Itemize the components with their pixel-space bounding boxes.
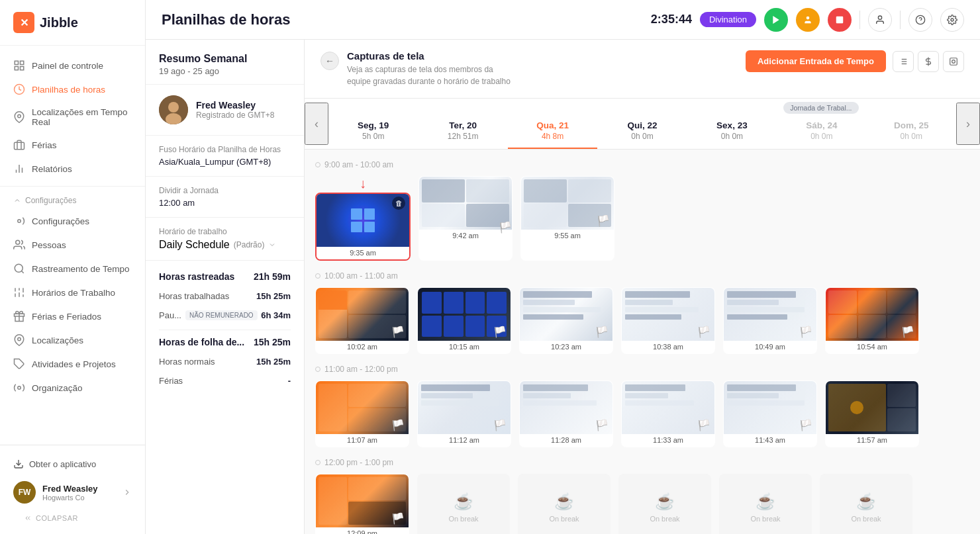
day-ter20[interactable]: Ter, 20 12h 51m bbox=[418, 114, 507, 149]
thumb-10-49: 🏳️ bbox=[724, 288, 816, 341]
org-badge[interactable]: Divination bbox=[700, 12, 756, 27]
screenshot-11-28[interactable]: 🏳️ 11:28 am bbox=[519, 380, 613, 447]
screenshot-11-43[interactable]: 🏳️ 11:43 am bbox=[723, 380, 817, 447]
delete-icon[interactable]: 🗑 bbox=[392, 197, 405, 210]
sidebar-item-org[interactable]: Organização bbox=[0, 376, 145, 400]
next-week-btn[interactable]: › bbox=[956, 103, 980, 145]
sidebar-item-leave-holidays[interactable]: Férias e Feriados bbox=[0, 304, 145, 328]
add-time-button[interactable]: Adicionar Entrada de Tempo bbox=[746, 50, 886, 72]
map-pin-icon bbox=[13, 111, 25, 123]
worked-label: Horas trabalhadas bbox=[159, 291, 229, 301]
on-break-3: ☕ On break bbox=[618, 474, 711, 534]
split-value: 12:00 am bbox=[159, 198, 291, 208]
screenshot-10-49[interactable]: 🏳️ 10:49 am bbox=[723, 287, 817, 354]
left-panel: Resumo Semanal 19 ago - 25 ago Fred Weas… bbox=[146, 40, 305, 534]
day-qua21[interactable]: Qua, 21 4h 8m bbox=[508, 114, 597, 149]
tag-icon bbox=[13, 358, 25, 370]
logo-text: Jibble bbox=[40, 15, 78, 30]
content-area: Resumo Semanal 19 ago - 25 ago Fred Weas… bbox=[146, 40, 980, 534]
flag-10-38: 🏳️ bbox=[697, 326, 710, 338]
list-icon bbox=[899, 57, 908, 66]
svg-rect-0 bbox=[15, 61, 18, 64]
thumb-10-38: 🏳️ bbox=[622, 288, 714, 341]
back-button[interactable]: ← bbox=[320, 52, 339, 70]
sidebar-item-locations[interactable]: Localizações em Tempo Real bbox=[0, 101, 145, 133]
day-sex23[interactable]: Sex, 23 0h 0m bbox=[687, 114, 777, 149]
day-navigation: ‹ Jornada de Trabal... bbox=[305, 99, 980, 150]
prev-week-btn[interactable]: ‹ bbox=[305, 103, 328, 145]
screenshots-description: Veja as capturas de tela dos membros da … bbox=[347, 64, 519, 87]
screenshot-10-54[interactable]: 🏳️ 10:54 am bbox=[825, 287, 919, 354]
worked-value: 15h 25m bbox=[256, 291, 291, 301]
time-bar-10-38: 10:38 am bbox=[622, 341, 714, 353]
sidebar-item-leave[interactable]: Férias bbox=[0, 133, 145, 157]
svg-point-5 bbox=[18, 114, 21, 118]
screenshot-9-55[interactable]: 🏳️ 9:55 am bbox=[520, 176, 614, 261]
sidebar-nav: Painel de controle Planilhas de horas Lo… bbox=[0, 46, 145, 445]
screenshot-12-09[interactable]: 🏳️ 12:09 pm bbox=[315, 474, 409, 534]
day-nav-column: Jornada de Trabal... Seg, 19 5h 0m Ter, … bbox=[328, 99, 956, 149]
screenshots-row-10am: 🏳️ 10:02 am bbox=[315, 287, 969, 354]
dollar-view-btn[interactable] bbox=[918, 51, 939, 72]
time-label-9am: 9:00 am - 10:00 am bbox=[315, 160, 969, 169]
flag-11-33: 🏳️ bbox=[697, 419, 710, 431]
bar-chart-icon bbox=[13, 163, 25, 175]
screenshot-10-38[interactable]: 🏳️ 10:38 am bbox=[621, 287, 715, 354]
sidebar-item-timesheets[interactable]: Planilhas de horas bbox=[0, 77, 145, 101]
sidebar-item-people[interactable]: Pessoas bbox=[0, 233, 145, 257]
schedule-value-row: Daily Schedule (Padrão) bbox=[159, 239, 291, 251]
screenshot-9-42[interactable]: 🏳️ 9:42 am bbox=[418, 176, 513, 261]
screenshot-view-btn[interactable] bbox=[943, 51, 964, 72]
screenshot-11-07[interactable]: 🏳️ 11:07 am bbox=[315, 380, 409, 447]
sidebar-item-time-tracking[interactable]: Rastreamento de Tempo bbox=[0, 257, 145, 281]
screenshots-header: ← Capturas de tela Veja as capturas de t… bbox=[305, 40, 980, 99]
get-app-btn[interactable]: Obter o aplicativo bbox=[11, 453, 134, 474]
user-btn[interactable] bbox=[868, 8, 892, 32]
pause-btn[interactable] bbox=[796, 8, 820, 32]
sidebar-item-config[interactable]: Configurações bbox=[0, 209, 145, 233]
settings-btn[interactable] bbox=[940, 8, 964, 32]
sidebar-item-locations2[interactable]: Localizações bbox=[0, 328, 145, 352]
time-bar-9-35: 9:35 am bbox=[317, 247, 409, 259]
thumb-10-02: 🏳️ bbox=[316, 288, 409, 341]
stop-btn[interactable] bbox=[828, 8, 852, 32]
day-dom25[interactable]: Dom, 25 0h 0m bbox=[867, 114, 956, 149]
sidebar-item-reports[interactable]: Relatórios bbox=[0, 157, 145, 181]
screenshot-11-57[interactable]: 11:57 am bbox=[825, 380, 919, 447]
flag-12-09: 🏳️ bbox=[391, 512, 405, 525]
screenshot-10-02[interactable]: 🏳️ 10:02 am bbox=[315, 287, 409, 354]
start-btn[interactable] bbox=[764, 8, 788, 32]
svg-rect-6 bbox=[15, 142, 24, 150]
help-btn[interactable] bbox=[908, 8, 932, 32]
day-sab24[interactable]: Sáb, 24 0h 0m bbox=[777, 114, 866, 149]
user-profile[interactable]: FW Fred Weasley Hogwarts Co bbox=[11, 474, 134, 510]
header-separator bbox=[859, 11, 860, 29]
section-header-config: Configurações bbox=[0, 192, 145, 209]
day-qui22[interactable]: Qui, 22 0h 0m bbox=[597, 114, 687, 149]
play-icon bbox=[771, 15, 781, 25]
day-seg19[interactable]: Seg, 19 5h 0m bbox=[328, 114, 418, 149]
sidebar-item-activities[interactable]: Atividades e Projetos bbox=[0, 352, 145, 376]
screenshot-9-35[interactable]: 🗑 9:35 am bbox=[315, 193, 411, 261]
sidebar-item-dashboard[interactable]: Painel de controle bbox=[0, 54, 145, 77]
list-view-btn[interactable] bbox=[893, 51, 914, 72]
screenshot-10-23[interactable]: 🏳️ 10:23 am bbox=[519, 287, 613, 354]
break-cup-icon: ☕ bbox=[454, 492, 473, 511]
collapse-button[interactable]: COLAPSAR bbox=[11, 510, 134, 526]
clock-icon bbox=[13, 83, 25, 95]
logo[interactable]: ✕ Jibble bbox=[0, 0, 145, 46]
thumb-11-57-content bbox=[826, 381, 918, 434]
time-bar-11-07: 11:07 am bbox=[316, 434, 409, 447]
svg-line-13 bbox=[21, 271, 23, 273]
screenshot-11-33[interactable]: 🏳️ 11:33 am bbox=[621, 380, 715, 447]
screenshot-10-15[interactable]: 🏳️ 10:15 am bbox=[417, 287, 511, 354]
dollar-icon bbox=[924, 57, 933, 66]
sidebar-item-schedules[interactable]: Horários de Trabalho bbox=[0, 281, 145, 304]
time-display: 2:35:44 bbox=[651, 13, 692, 26]
screenshot-11-12[interactable]: 🏳️ 11:12 am bbox=[417, 380, 511, 447]
schedule-suffix: (Padrão) bbox=[234, 240, 265, 249]
top-header: Planilhas de horas 2:35:44 Divination bbox=[146, 0, 980, 40]
chevron-down-icon[interactable] bbox=[268, 241, 276, 249]
chevron-icon bbox=[13, 197, 21, 204]
download-icon bbox=[13, 459, 24, 469]
